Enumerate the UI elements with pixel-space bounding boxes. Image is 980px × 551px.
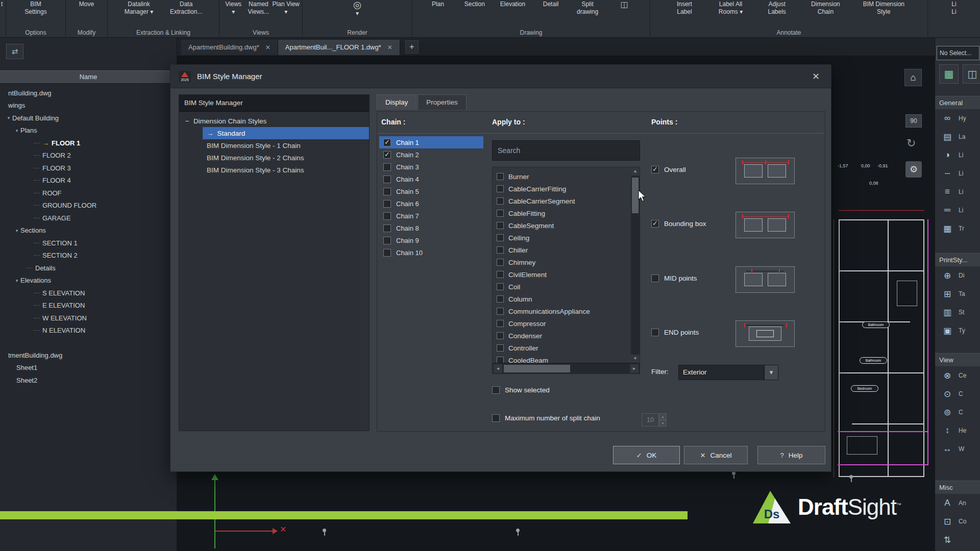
chain-checkbox[interactable] — [383, 212, 391, 220]
show-selected-option[interactable]: Show selected — [492, 386, 550, 394]
ribbon-button[interactable]: Detail — [540, 1, 562, 8]
apply-to-item[interactable]: Condenser — [493, 330, 631, 342]
help-button[interactable]: ? Help — [757, 446, 825, 464]
ribbon-button[interactable]: AdjustLabels — [766, 1, 788, 16]
ribbon-button[interactable]: Move — [76, 1, 98, 8]
tree-item[interactable]: → FLOOR 4 — [0, 174, 177, 187]
filter-dropdown-arrow-icon[interactable]: ▾ — [764, 365, 778, 380]
tree-item[interactable]: → FLOOR 2 — [0, 149, 177, 162]
end-points-checkbox[interactable] — [651, 329, 659, 336]
new-tab-button[interactable]: + — [405, 40, 419, 54]
property-row[interactable]: ▤La — [935, 128, 980, 146]
tree-item[interactable]: ▾ → Plans — [0, 124, 177, 137]
apply-to-item[interactable]: Compressor — [493, 317, 631, 330]
expander-icon[interactable]: ▾ — [13, 128, 20, 133]
tree-item[interactable]: → GARAGE — [0, 212, 177, 224]
points-option-bounding-box[interactable]: Bounding box — [651, 220, 706, 228]
chain-row[interactable]: Chain 6 — [379, 197, 483, 210]
tree-item[interactable]: → ntBuilding.dwg — [0, 87, 177, 99]
ribbon-button[interactable]: BIMSettings — [24, 1, 47, 16]
tree-item[interactable]: → W ELEVATION — [0, 312, 177, 324]
apply-to-checkbox[interactable] — [497, 210, 504, 217]
apply-to-item[interactable]: CooledBeam — [493, 354, 631, 363]
apply-to-item[interactable]: Chiller — [493, 244, 631, 256]
tree-item[interactable]: → GROUND FLOOR — [0, 199, 177, 212]
tree-item[interactable]: → wings — [0, 99, 177, 112]
chain-row[interactable]: Chain 9 — [379, 234, 483, 246]
tree-item[interactable]: → tmentBuilding.dwg — [0, 349, 177, 362]
property-row[interactable]: ∞Hy — [935, 109, 980, 128]
section-header[interactable]: PrintSty... — [935, 253, 980, 266]
apply-to-item[interactable]: CommunicationsAppliance — [493, 305, 631, 317]
apply-to-item[interactable]: Chimney — [493, 256, 631, 268]
apply-to-checkbox[interactable] — [497, 332, 504, 339]
property-row[interactable]: ⊞Ta — [935, 285, 980, 303]
chain-row[interactable]: Chain 1 — [379, 136, 483, 148]
tree-item[interactable]: ▾ → Elevations — [0, 274, 177, 287]
property-row[interactable]: ⊚C — [935, 403, 980, 421]
apply-to-item[interactable]: Ceiling — [493, 232, 631, 244]
apply-to-item[interactable]: CableSegment — [493, 219, 631, 232]
section-header[interactable]: Misc — [935, 481, 980, 494]
chain-row[interactable]: Chain 4 — [379, 173, 483, 185]
tree-item[interactable]: ▾ → Sections — [0, 224, 177, 237]
expander-icon[interactable]: ▾ — [13, 228, 20, 233]
section-header[interactable]: View — [935, 353, 980, 366]
property-row[interactable]: ▦Tr — [935, 219, 980, 238]
style-tree-item[interactable]: → BIM Dimension Style - 2 Chains — [203, 152, 369, 164]
cancel-button[interactable]: ✕ Cancel — [684, 446, 748, 464]
property-row[interactable]: ◑Li — [935, 146, 980, 164]
chain-row[interactable]: Chain 5 — [379, 185, 483, 197]
tree-item[interactable]: → SECTION 2 — [0, 249, 177, 262]
scroll-left-icon[interactable]: ◄ — [494, 364, 502, 373]
tree-item[interactable]: → ROOF — [0, 187, 177, 199]
tree-item[interactable]: → FLOOR 3 — [0, 162, 177, 174]
horizontal-scrollbar[interactable]: ◄ ► — [493, 363, 640, 373]
chain-checkbox[interactable] — [383, 176, 391, 183]
tab-close-icon[interactable]: ✕ — [387, 44, 393, 51]
chain-row[interactable]: Chain 3 — [379, 161, 483, 173]
property-row[interactable]: ↔W — [935, 440, 980, 458]
document-tab[interactable]: ApartmentBuilding.dwg* ✕ — [181, 40, 278, 55]
ribbon-button[interactable]: ◫ — [613, 1, 635, 8]
chain-row[interactable]: Chain 2 — [379, 148, 483, 161]
ribbon-button[interactable]: BIM DimensionStyle — [863, 1, 904, 16]
bounding-box-checkbox[interactable] — [651, 220, 659, 228]
tree-item[interactable]: → Sheet2 — [0, 374, 177, 387]
property-row[interactable]: AAn — [935, 494, 980, 512]
apply-to-checkbox[interactable] — [497, 259, 504, 266]
close-icon[interactable]: ✕ — [809, 70, 823, 83]
apply-to-item[interactable]: Burner — [493, 170, 631, 183]
ribbon-button[interactable]: Label AllRooms ▾ — [719, 1, 743, 16]
sync-button[interactable]: ⇄ — [6, 44, 23, 59]
ribbon-button[interactable]: Elevation — [500, 1, 525, 8]
property-row[interactable]: ⇅ — [935, 531, 980, 549]
chain-checkbox[interactable] — [383, 139, 391, 146]
ok-button[interactable]: ✓ OK — [613, 446, 680, 464]
ribbon-button[interactable]: Plan — [427, 1, 449, 8]
property-row[interactable]: ⊗Ce — [935, 366, 980, 385]
tab-close-icon[interactable]: ✕ — [265, 44, 271, 51]
ribbon-button[interactable]: DatalinkManager ▾ — [125, 1, 154, 16]
max-split-checkbox[interactable] — [492, 414, 500, 422]
tree-item[interactable]: → Sheet1 — [0, 362, 177, 374]
grid-view-button[interactable]: ▦ — [939, 64, 959, 84]
ribbon-button[interactable]: Splitdrawing — [576, 1, 599, 16]
chain-checkbox[interactable] — [383, 249, 391, 257]
scroll-down-icon[interactable]: ▼ — [631, 355, 640, 363]
rotation-value[interactable]: 90 — [905, 114, 922, 128]
style-tree-item[interactable]: → Standard — [203, 127, 369, 139]
points-option-overall[interactable]: Overall — [651, 166, 686, 173]
tree-item[interactable]: ▾ → Default Building — [0, 112, 177, 124]
view-home-button[interactable]: ⌂ — [904, 69, 922, 86]
apply-to-item[interactable]: Controller — [493, 342, 631, 354]
tree-item[interactable]: → E ELEVATION — [0, 299, 177, 312]
filter-dropdown[interactable]: Exterior — [678, 365, 764, 380]
expander-icon[interactable]: ▾ — [13, 278, 20, 283]
apply-to-checkbox[interactable] — [497, 246, 504, 254]
column-view-button[interactable]: ◫ — [963, 64, 980, 84]
style-tree-item[interactable]: → BIM Dimension Style - 1 Chain — [203, 139, 369, 152]
tree-item[interactable]: → S ELEVATION — [0, 287, 177, 299]
selection-combobox[interactable]: No Select... — [937, 46, 979, 60]
apply-to-checkbox[interactable] — [497, 197, 504, 205]
